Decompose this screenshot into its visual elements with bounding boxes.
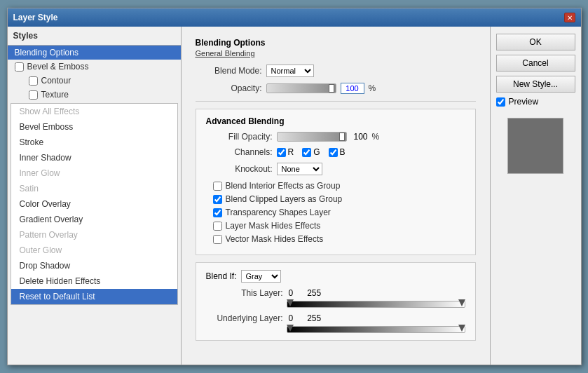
layer-mask-label: Layer Mask Hides Effects bbox=[226, 221, 321, 231]
checkbox-transparency-shapes: Transparency Shapes Layer bbox=[213, 208, 465, 217]
opacity-value[interactable]: 100 bbox=[341, 83, 364, 94]
styles-list: Blending Options Bevel & Emboss Contour … bbox=[8, 46, 181, 365]
contour-checkbox[interactable] bbox=[29, 76, 38, 86]
blend-mode-label: Blend Mode: bbox=[196, 66, 262, 76]
blend-clipped-label: Blend Clipped Layers as Group bbox=[226, 194, 343, 204]
blend-mode-row: Blend Mode: Normal Dissolve Multiply Scr… bbox=[196, 65, 476, 77]
blend-if-label: Blend If: bbox=[206, 271, 237, 281]
menu-show-all-effects[interactable]: Show All Effects bbox=[11, 104, 177, 119]
this-layer-handle-left bbox=[287, 299, 294, 306]
underlying-layer-row: Underlying Layer: 0 255 bbox=[206, 313, 465, 323]
fill-opacity-value: 100 bbox=[354, 132, 368, 142]
checkbox-vector-mask: Vector Mask Hides Effects bbox=[213, 234, 465, 244]
menu-pattern-overlay[interactable]: Pattern Overlay bbox=[11, 227, 177, 243]
underlying-max: 255 bbox=[307, 313, 321, 323]
channel-r-label: R bbox=[288, 147, 294, 157]
fill-opacity-slider[interactable] bbox=[277, 132, 347, 142]
checkbox-blend-interior: Blend Interior Effects as Group bbox=[213, 181, 465, 191]
menu-drop-shadow[interactable]: Drop Shadow bbox=[11, 258, 177, 273]
channels-row: Channels: R G B bbox=[206, 147, 465, 157]
preview-inner bbox=[508, 118, 563, 173]
texture-checkbox[interactable] bbox=[29, 90, 38, 100]
menu-delete-hidden[interactable]: Delete Hidden Effects bbox=[11, 273, 177, 289]
underlying-handle-right bbox=[458, 325, 465, 332]
menu-stroke[interactable]: Stroke bbox=[11, 135, 177, 150]
underlying-layer-slider[interactable] bbox=[287, 326, 465, 333]
cancel-button[interactable]: Cancel bbox=[496, 55, 575, 72]
general-blending-section: Blending Options General Blending Blend … bbox=[196, 38, 476, 94]
channel-b-label: B bbox=[340, 147, 346, 157]
channels-group: R G B bbox=[277, 147, 346, 157]
menu-reset-default[interactable]: Reset to Default List bbox=[11, 289, 177, 304]
channel-r-checkbox[interactable] bbox=[277, 148, 286, 157]
knockout-label: Knockout: bbox=[206, 164, 273, 174]
preview-area bbox=[496, 115, 575, 177]
dialog-title: Layer Style bbox=[13, 13, 58, 22]
blend-mode-select[interactable]: Normal Dissolve Multiply Screen bbox=[266, 65, 314, 77]
knockout-row: Knockout: None Shallow Deep bbox=[206, 163, 465, 175]
this-layer-slider-row bbox=[206, 301, 465, 308]
sidebar-item-blending-options[interactable]: Blending Options bbox=[8, 46, 181, 60]
dialog-body: Styles Blending Options Bevel & Emboss C… bbox=[8, 27, 581, 365]
advanced-blending-section: Advanced Blending Fill Opacity: 100 % Ch… bbox=[196, 109, 476, 255]
this-layer-handle-right bbox=[458, 299, 465, 306]
blend-if-select[interactable]: Gray Red Green Blue bbox=[241, 270, 281, 283]
transparency-shapes-checkbox[interactable] bbox=[213, 208, 222, 217]
ok-button[interactable]: OK bbox=[496, 34, 575, 50]
blend-clipped-checkbox[interactable] bbox=[213, 195, 222, 204]
opacity-slider[interactable] bbox=[266, 83, 336, 93]
effects-context-menu: Show All Effects Bevel Emboss Stroke Inn… bbox=[11, 103, 178, 305]
menu-gradient-overlay[interactable]: Gradient Overlay bbox=[11, 212, 177, 227]
this-layer-max: 255 bbox=[307, 288, 321, 298]
menu-bevel-emboss[interactable]: Bevel Emboss bbox=[11, 119, 177, 135]
blend-if-section: Blend If: Gray Red Green Blue This Layer… bbox=[196, 262, 476, 341]
layer-mask-checkbox[interactable] bbox=[213, 222, 222, 231]
opacity-label: Opacity: bbox=[196, 83, 262, 93]
blend-interior-checkbox[interactable] bbox=[213, 182, 222, 191]
menu-color-overlay[interactable]: Color Overlay bbox=[11, 196, 177, 212]
sidebar-item-bevel-emboss[interactable]: Bevel & Emboss bbox=[8, 60, 181, 74]
new-style-button[interactable]: New Style... bbox=[496, 76, 575, 93]
vector-mask-label: Vector Mask Hides Effects bbox=[226, 234, 324, 244]
channel-r: R bbox=[277, 147, 294, 157]
this-layer-values: 0 255 bbox=[289, 288, 322, 298]
preview-label-text: Preview bbox=[509, 97, 539, 107]
vector-mask-checkbox[interactable] bbox=[213, 235, 222, 244]
blending-options-label: Blending Options bbox=[15, 48, 78, 57]
this-layer-label: This Layer: bbox=[206, 288, 283, 298]
knockout-select[interactable]: None Shallow Deep bbox=[277, 163, 322, 175]
checkboxes-group: Blend Interior Effects as Group Blend Cl… bbox=[213, 181, 465, 244]
underlying-layer-slider-row bbox=[206, 326, 465, 333]
opacity-unit: % bbox=[369, 83, 376, 93]
menu-inner-shadow[interactable]: Inner Shadow bbox=[11, 150, 177, 165]
section2-title: Advanced Blending bbox=[206, 116, 465, 126]
layer-style-dialog: Layer Style ✕ Styles Blending Options Be… bbox=[7, 8, 582, 365]
channel-b-checkbox[interactable] bbox=[329, 148, 338, 157]
channel-g-label: G bbox=[313, 147, 320, 157]
this-layer-row: This Layer: 0 255 bbox=[206, 288, 465, 298]
this-layer-slider[interactable] bbox=[287, 301, 465, 308]
underlying-handle-left bbox=[287, 325, 294, 332]
sidebar-item-texture[interactable]: Texture bbox=[8, 88, 181, 102]
channels-label: Channels: bbox=[206, 147, 273, 157]
menu-inner-glow[interactable]: Inner Glow bbox=[11, 165, 177, 181]
menu-satin[interactable]: Satin bbox=[11, 181, 177, 196]
fill-opacity-row: Fill Opacity: 100 % bbox=[206, 132, 465, 142]
bevel-emboss-checkbox[interactable] bbox=[15, 62, 24, 72]
title-bar: Layer Style ✕ bbox=[8, 8, 581, 27]
sidebar-item-contour[interactable]: Contour bbox=[8, 74, 181, 88]
blend-if-row: Blend If: Gray Red Green Blue bbox=[206, 270, 465, 283]
section1-title: Blending Options bbox=[196, 38, 476, 48]
channel-b: B bbox=[329, 147, 346, 157]
close-button[interactable]: ✕ bbox=[564, 13, 575, 22]
this-layer-min: 0 bbox=[289, 288, 294, 298]
channel-g-checkbox[interactable] bbox=[302, 148, 311, 157]
preview-box bbox=[507, 118, 563, 174]
opacity-row: Opacity: 100 % bbox=[196, 83, 476, 94]
left-panel: Styles Blending Options Bevel & Emboss C… bbox=[8, 27, 182, 365]
menu-outer-glow[interactable]: Outer Glow bbox=[11, 243, 177, 258]
middle-panel: Blending Options General Blending Blend … bbox=[182, 27, 490, 365]
texture-label: Texture bbox=[41, 90, 69, 100]
preview-checkbox[interactable] bbox=[496, 97, 505, 107]
transparency-shapes-label: Transparency Shapes Layer bbox=[226, 208, 331, 217]
